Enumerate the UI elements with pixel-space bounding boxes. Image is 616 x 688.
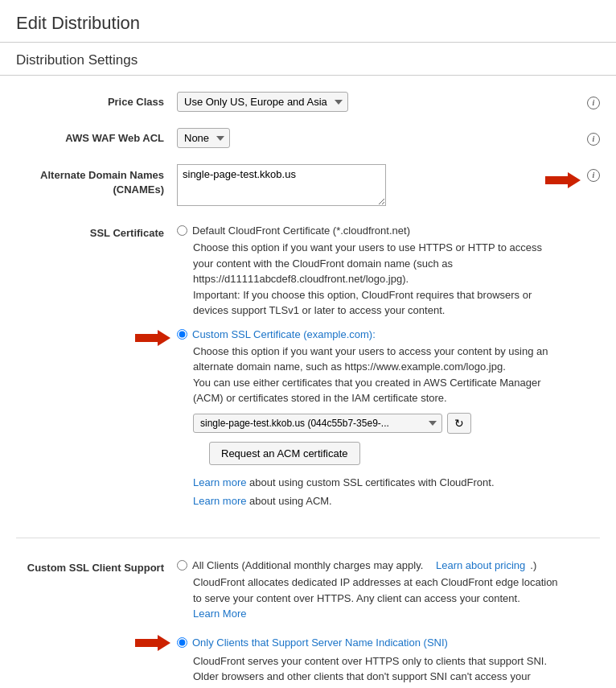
waf-row: AWS WAF Web ACL None i xyxy=(16,120,600,156)
price-class-control: Use Only US, Europe and Asia xyxy=(177,92,579,112)
cnames-textarea[interactable]: single-page-test.kkob.us xyxy=(177,164,386,206)
svg-marker-2 xyxy=(135,635,170,651)
sni-label[interactable]: Only Clients that Support Server Name In… xyxy=(177,637,600,649)
cnames-control: single-page-test.kkob.us xyxy=(177,164,539,208)
acm-button-wrap: Request an ACM certificate xyxy=(193,442,600,465)
acm-button[interactable]: Request an ACM certificate xyxy=(209,442,360,465)
all-clients-radio[interactable] xyxy=(177,560,187,571)
svg-marker-0 xyxy=(545,172,581,188)
sni-option-wrap: Only Clients that Support Server Name In… xyxy=(177,637,600,688)
custom-ssl-client-control: All Clients (Additional monthly charges … xyxy=(177,559,600,688)
page-title: Edit Distribution xyxy=(16,13,600,34)
learn-more-all-clients-link[interactable]: Learn More xyxy=(193,608,246,620)
ssl-row: SSL Certificate Default CloudFront Certi… xyxy=(16,216,600,525)
section-divider xyxy=(16,538,600,538)
sni-radio[interactable] xyxy=(177,637,187,648)
ssl-learn-acm-line: Learn more about using ACM. xyxy=(193,492,600,510)
cnames-info-icon[interactable]: i xyxy=(587,167,600,182)
learn-more-ssl-link[interactable]: Learn more xyxy=(193,476,246,488)
ssl-default-radio[interactable] xyxy=(177,225,187,236)
ssl-default-label[interactable]: Default CloudFront Certificate (*.cloudf… xyxy=(177,225,600,237)
waf-info-icon[interactable]: i xyxy=(587,131,600,146)
ssl-custom-radio[interactable] xyxy=(177,329,187,340)
ssl-default-description: Choose this option if you want your user… xyxy=(193,240,563,319)
ssl-custom-option: Custom SSL Certificate (example.com): Ch… xyxy=(177,328,600,511)
ssl-learn-ssl-line: Learn more about using custom SSL certif… xyxy=(193,473,600,492)
ssl-custom-label[interactable]: Custom SSL Certificate (example.com): xyxy=(177,328,600,340)
cnames-label: Alternate Domain Names (CNAMEs) xyxy=(16,164,177,197)
all-clients-label[interactable]: All Clients (Additional monthly charges … xyxy=(177,559,600,571)
custom-ssl-client-label: Custom SSL Client Support xyxy=(16,559,177,574)
cert-dropdown-row: single-page-test.kkob.us (044c55b7-35e9-… xyxy=(193,413,600,434)
ssl-label: SSL Certificate xyxy=(16,225,177,239)
sni-description: CloudFront serves your content over HTTP… xyxy=(193,653,563,688)
ssl-control: Default CloudFront Certificate (*.cloudf… xyxy=(177,225,600,517)
sni-arrow xyxy=(135,635,170,653)
ssl-default-option: Default CloudFront Certificate (*.cloudf… xyxy=(177,225,600,319)
ssl-custom-description: Choose this option if you want your user… xyxy=(193,344,563,406)
price-class-row: Price Class Use Only US, Europe and Asia… xyxy=(16,84,600,120)
section-title: Distribution Settings xyxy=(16,52,600,68)
waf-select[interactable]: None xyxy=(177,128,230,148)
learn-more-acm-link[interactable]: Learn more xyxy=(193,495,246,507)
cnames-row: Alternate Domain Names (CNAMEs) single-p… xyxy=(16,156,600,216)
price-class-label: Price Class xyxy=(16,92,177,108)
cert-select[interactable]: single-page-test.kkob.us (044c55b7-35e9-… xyxy=(193,414,442,433)
custom-ssl-client-row: Custom SSL Client Support All Clients (A… xyxy=(16,551,600,688)
ssl-learn-links: Learn more about using custom SSL certif… xyxy=(193,473,600,511)
waf-control: None xyxy=(177,128,579,148)
price-class-select[interactable]: Use Only US, Europe and Asia xyxy=(177,92,348,112)
learn-about-pricing-link[interactable]: Learn about pricing xyxy=(436,559,525,571)
all-clients-option: All Clients (Additional monthly charges … xyxy=(177,559,600,622)
svg-marker-1 xyxy=(135,330,170,346)
ssl-custom-arrow xyxy=(135,330,170,348)
refresh-button[interactable]: ↻ xyxy=(447,413,471,434)
waf-label: AWS WAF Web ACL xyxy=(16,128,177,144)
all-clients-description: CloudFront allocates dedicated IP addres… xyxy=(193,575,563,622)
price-class-info-icon[interactable]: i xyxy=(587,95,600,109)
cnames-arrow-indicator xyxy=(545,172,581,191)
